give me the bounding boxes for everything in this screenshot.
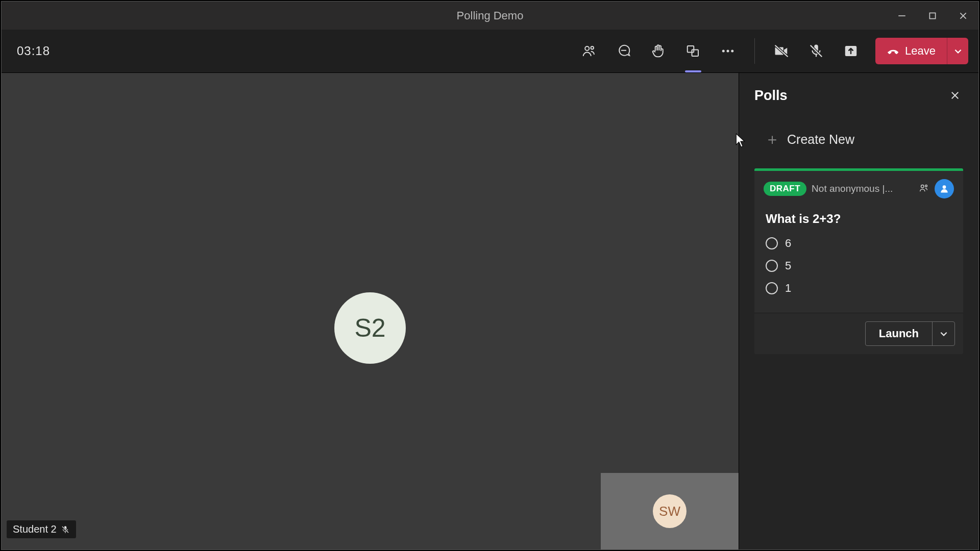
mic-muted-icon: [61, 525, 70, 534]
panel-title: Polls: [754, 88, 788, 104]
poll-option-label: 6: [785, 237, 791, 250]
status-badge: DRAFT: [764, 182, 806, 196]
chevron-down-icon: [939, 329, 948, 338]
leave-button[interactable]: Leave: [875, 38, 947, 64]
plus-icon: ＋: [765, 129, 780, 150]
video-stage: S2 SW Student 2: [2, 73, 739, 549]
close-button[interactable]: [948, 2, 978, 30]
chat-icon: [616, 43, 631, 59]
leave-label: Leave: [905, 44, 936, 58]
main-area: S2 SW Student 2 Polls: [2, 73, 978, 549]
more-button[interactable]: [714, 37, 742, 65]
close-icon: [959, 11, 968, 20]
breakout-rooms-icon: [685, 43, 701, 59]
leave-button-group: Leave: [875, 38, 968, 64]
poll-footer: Launch: [754, 313, 963, 354]
poll-option[interactable]: 6: [766, 232, 952, 255]
svg-point-25: [943, 185, 946, 189]
window-controls: [887, 2, 978, 30]
poll-question: What is 2+3?: [754, 201, 963, 232]
people-small-icon: [918, 182, 929, 193]
close-icon: [950, 90, 960, 101]
people-icon: [581, 43, 597, 59]
maximize-icon: [928, 11, 937, 20]
poll-option-label: 5: [785, 259, 791, 272]
svg-rect-1: [929, 13, 935, 18]
minimize-button[interactable]: [887, 2, 917, 30]
svg-point-24: [925, 185, 927, 187]
svg-point-5: [591, 46, 594, 49]
panel-body: ＋ Create New DRAFT Not anonymous |...: [739, 109, 978, 374]
window-title: Polling Demo: [2, 9, 978, 22]
camera-off-icon: [774, 43, 789, 59]
self-tile[interactable]: SW: [601, 473, 739, 549]
poll-option[interactable]: 5: [766, 255, 952, 277]
svg-point-11: [731, 50, 733, 53]
create-new-button[interactable]: ＋ Create New: [765, 129, 963, 150]
launch-button[interactable]: Launch: [866, 322, 932, 345]
ellipsis-icon: [720, 43, 736, 59]
maximize-button[interactable]: [917, 2, 948, 30]
create-new-label: Create New: [787, 132, 854, 147]
app-window: Polling Demo 03:18: [1, 1, 979, 550]
svg-point-4: [585, 46, 589, 51]
participant-avatar: S2: [334, 292, 406, 364]
radio-icon: [766, 260, 778, 272]
minimize-icon: [897, 11, 906, 20]
launch-button-group: Launch: [865, 321, 955, 346]
poll-meta-text: Not anonymous |...: [812, 183, 913, 194]
share-button[interactable]: [837, 37, 865, 65]
poll-options: 6 5 1: [754, 232, 963, 313]
launch-options-button[interactable]: [932, 322, 954, 345]
poll-card-header: DRAFT Not anonymous |...: [754, 171, 963, 201]
panel-close-button[interactable]: [947, 87, 963, 104]
camera-button[interactable]: [767, 37, 796, 65]
participants-button[interactable]: [575, 37, 603, 65]
poll-author-avatar[interactable]: [935, 179, 954, 198]
svg-rect-8: [692, 50, 699, 57]
launch-label: Launch: [879, 327, 919, 340]
participant-name: Student 2: [13, 523, 57, 535]
mic-button[interactable]: [802, 37, 830, 65]
title-bar: Polling Demo: [2, 2, 978, 30]
radio-icon: [766, 237, 778, 249]
poll-option-label: 1: [785, 282, 791, 295]
meeting-toolbar: 03:18: [2, 30, 978, 73]
svg-point-9: [722, 50, 725, 53]
hangup-icon: [887, 44, 900, 58]
svg-rect-7: [688, 46, 694, 53]
leave-options-button[interactable]: [947, 38, 968, 64]
polls-panel: Polls ＋ Create New DRAFT Not anonymous |…: [739, 73, 978, 549]
svg-point-10: [727, 50, 729, 53]
radio-icon: [766, 282, 778, 294]
call-timer: 03:18: [17, 44, 50, 58]
chevron-down-icon: [953, 46, 963, 56]
audience-icon: [918, 182, 929, 195]
self-initials: SW: [659, 504, 680, 519]
share-tray-icon: [843, 43, 859, 59]
raise-hand-icon: [651, 43, 666, 59]
rooms-button[interactable]: [679, 37, 707, 65]
poll-option[interactable]: 1: [766, 277, 952, 299]
poll-card: DRAFT Not anonymous |... What is 2+3?: [754, 168, 963, 354]
svg-point-23: [921, 185, 924, 188]
participant-initials: S2: [354, 313, 385, 343]
self-avatar: SW: [653, 494, 687, 528]
toolbar-divider: [754, 38, 755, 64]
participant-name-chip: Student 2: [7, 520, 76, 538]
panel-header: Polls: [739, 73, 978, 109]
person-icon: [939, 184, 949, 194]
mic-off-icon: [808, 43, 824, 59]
chat-button[interactable]: [609, 37, 638, 65]
reactions-button[interactable]: [644, 37, 673, 65]
